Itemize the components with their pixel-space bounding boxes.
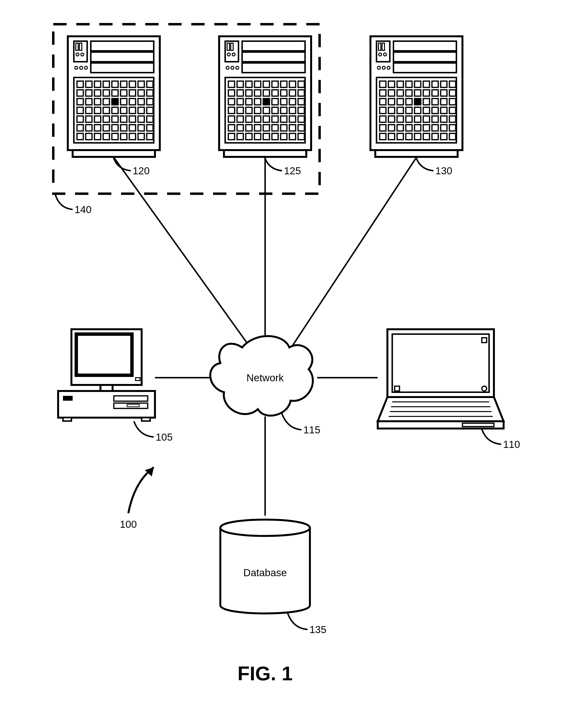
ref-laptop: 110 [503,439,520,450]
database-label: Database [243,567,287,578]
ref-cluster: 140 [75,204,91,215]
figure-title: FIG. 1 [237,662,293,685]
desktop-icon [58,329,155,421]
system-arrow-icon [128,467,154,513]
ref-system: 100 [120,519,137,530]
laptop-icon [378,329,503,429]
database-icon: Database [220,520,310,613]
network-cloud-icon: Network [210,336,313,416]
server-c-icon [370,36,462,157]
svg-line-101 [291,157,416,349]
server-a-icon [68,36,160,157]
server-b-icon [219,36,311,157]
ref-server-b: 125 [284,165,301,176]
ref-server-a: 120 [133,165,150,176]
svg-line-99 [114,157,249,346]
figure-svg: Network Database 120 125 130 140 105 110… [0,0,576,728]
ref-network: 115 [304,424,320,436]
ref-database: 135 [310,624,326,635]
network-label: Network [247,372,284,383]
ref-desktop: 105 [156,431,173,443]
ref-server-c: 130 [435,165,452,176]
